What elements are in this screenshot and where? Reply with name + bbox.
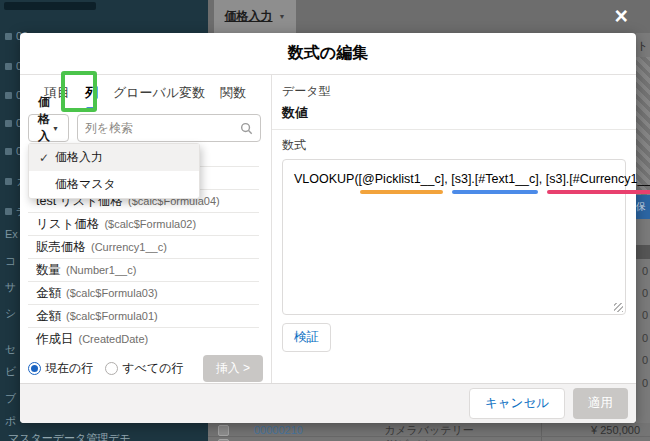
background-text-fragment: ト [637,39,648,54]
sidebar-item-fragment[interactable]: Ex [5,228,18,240]
amount-fragment: 0 [642,354,648,366]
sidebar-item-fragment[interactable]: セ [5,342,16,357]
row-scope-options: 現在の行 すべての行 挿入 > [28,353,263,383]
radio-dot [28,362,41,375]
formula-argument: [s3].[#Text1__c] [451,172,539,186]
amount-fragment: 0 [642,332,648,344]
formula-expression: VLOOKUP([@Picklist1__c], [s3].[#Text1__c… [294,172,614,186]
workspace-label: マスターデータ管理デモ [8,431,131,441]
chevron-down-icon: ▼ [279,13,286,20]
column-list-item[interactable]: 販売価格(Currency1__c) [28,236,259,259]
column-list-item[interactable]: 金額($calc$Formula01) [28,305,259,328]
sheet-tab-price-input[interactable]: 価格入力 ▼ [214,0,296,33]
sheet-tab-label: 価格入力 [225,8,273,25]
apply-button[interactable]: 適用 [573,388,628,419]
close-icon[interactable]: × [615,2,628,30]
left-panel: 項目 列 グローバル変数 関数 価格入力 ▼ test リスト価格($calc$… [20,75,272,383]
radio-current-row[interactable]: 現在の行 [28,360,93,377]
sheet-icon [5,92,12,99]
column-api-name: (Number1__c) [66,264,136,276]
tab-bar: 項目 列 グローバル変数 関数 [20,75,271,108]
column-api-name: (CreatedDate) [79,333,149,345]
chevron-down-icon: ▼ [52,125,59,132]
column-list-item[interactable]: 金額($calc$Formula03) [28,282,259,305]
dropdown-option-label: 価格入力 [55,149,103,166]
argument-underline [452,190,538,194]
formula-text: , [539,172,546,186]
column-name: 数量 [36,262,61,279]
column-api-name: ($calc$Formula02) [104,218,196,230]
column-name: 作成日 [36,331,74,348]
sidebar-item-fragment[interactable]: ポ [5,414,16,429]
radio-label: 現在の行 [45,360,93,377]
search-icon [240,122,253,135]
top-bar: 価格入力 ▼ × [208,0,650,33]
validate-button[interactable]: 検証 [282,323,331,352]
column-name: 販売価格 [36,239,86,256]
sheet-icon [5,33,12,40]
record-id-link[interactable]: 00000210 [254,424,303,436]
dropdown-option-price-master[interactable]: ✓ 価格マスタ [29,171,199,198]
radio-label: すべての行 [122,360,183,377]
column-list-item[interactable]: 作成日(CreatedDate) [28,328,259,349]
column-name: 金額 [36,308,61,325]
column-list-item[interactable]: リスト価格($calc$Formula02) [28,213,259,236]
dropdown-option-price-input[interactable]: ✓ 価格入力 [29,144,199,171]
sidebar-item-fragment[interactable]: ブ [5,391,16,406]
column-api-name: (Currency1__c) [91,241,167,253]
column-name: 金額 [36,285,61,302]
datatype-label: データ型 [282,83,626,100]
radio-dot [105,362,118,375]
column-api-name: ($calc$Formula03) [66,287,158,299]
dialog-header: 数式の編集 [20,33,636,75]
sheet-icon [5,148,12,155]
amount-fragment: 0 [642,377,648,389]
insert-button[interactable]: 挿入 > [203,355,263,382]
column-api-name: ($calc$Formula01) [66,310,158,322]
save-button-fragment[interactable]: 保存 [636,195,650,219]
sidebar-item-fragment[interactable]: ビ [5,364,16,379]
cancel-button[interactable]: キャンセル [469,388,565,419]
amount-fragment: 0 [642,287,648,299]
formula-edit-dialog: 数式の編集 項目 列 グローバル変数 関数 価格入力 ▼ [20,33,636,423]
tab-functions[interactable]: 関数 [220,84,246,108]
radio-all-rows[interactable]: すべての行 [105,360,183,377]
column-search-input[interactable] [85,121,240,135]
right-panel: データ型 数値 数式 VLOOKUP([@Picklist1__c], [s3]… [272,75,636,383]
datatype-value: 数値 [282,104,626,122]
record-amount: ¥ 250,000 [591,424,640,436]
sidebar-header-fragment [4,2,96,10]
record-name: 4Kビデオ [384,437,431,441]
sheet-icon [5,120,12,127]
sidebar-item-fragment[interactable]: サ [5,280,16,295]
argument-underline [547,190,650,194]
sheet-dropdown-menu: ✓ 価格入力 ✓ 価格マスタ [28,143,200,199]
amount-fragment: 0 [642,265,648,277]
column-name: リスト価格 [36,216,99,233]
dropdown-option-label: 価格マスタ [55,176,116,193]
divider [272,129,636,130]
tab-global-variables[interactable]: グローバル変数 [113,84,205,108]
tab-columns[interactable]: 列 [85,84,98,108]
formula-argument: [@Picklist1__c] [359,172,445,186]
formula-textarea[interactable]: VLOOKUP([@Picklist1__c], [s3].[#Text1__c… [282,159,626,315]
amount-fragment: 0 [642,309,648,321]
tab-fields[interactable]: 項目 [44,84,70,108]
column-list-item[interactable]: 数量(Number1__c) [28,259,259,282]
table-header-fragment [636,245,650,259]
sheet-select-dropdown[interactable]: 価格入力 ▼ [28,114,69,142]
sheet-icon [5,63,12,70]
row-checkbox[interactable] [218,425,229,436]
check-icon: ✓ [33,151,55,165]
column-search[interactable] [77,114,261,142]
dialog-title: 数式の編集 [288,43,368,64]
dialog-footer: キャンセル 適用 [20,383,636,423]
resize-handle-icon[interactable] [614,303,623,312]
sidebar-item-fragment[interactable]: コ [5,254,16,269]
sheet-icon [5,178,12,185]
sidebar-item-fragment[interactable]: シ [5,306,16,321]
formula-label: 数式 [282,137,626,154]
background-content-strip: ト 保存 000000 [636,33,650,423]
background-table-strip: 00000210 カメラバッテリー ¥ 250,000 4Kビデオ [208,423,650,441]
argument-underline [360,190,444,194]
